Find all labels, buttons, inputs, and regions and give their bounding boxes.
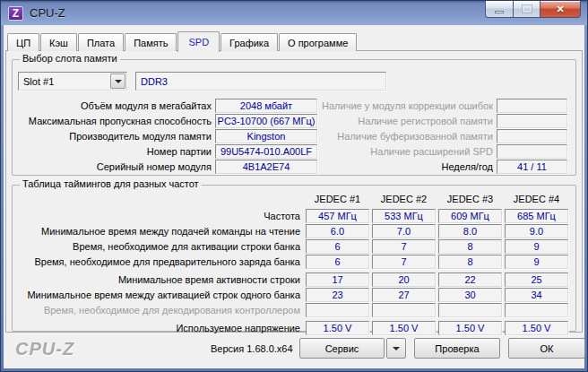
timing-row-label: Минимальное время активности строки bbox=[18, 274, 303, 285]
maximize-icon bbox=[523, 5, 532, 13]
timing-value: 6 bbox=[306, 255, 369, 269]
timing-value: 609 МГц bbox=[438, 209, 502, 223]
timing-value: 20 bbox=[372, 273, 436, 287]
slot-select-row: Slot #1 DDR3 bbox=[18, 72, 568, 91]
cpuz-logo: CPU-Z bbox=[15, 339, 74, 359]
close-button[interactable]: ✕ bbox=[540, 1, 581, 18]
timing-value: 17 bbox=[306, 273, 369, 287]
field-label-serial-number: Серийный номер модуля bbox=[18, 161, 215, 172]
timing-row-command-rate: Время, необходимое для декодирования кон… bbox=[18, 302, 568, 317]
field-value-max-bandwidth: PC3-10700 (667 МГц) bbox=[215, 114, 317, 128]
footer: CPU-Z Версия 1.68.0.x64 Сервис Проверка … bbox=[6, 333, 582, 366]
tab-about[interactable]: О программе bbox=[279, 33, 357, 51]
window-controls: ✕ bbox=[485, 1, 581, 18]
timing-value: 6.0 bbox=[306, 224, 369, 238]
field-label-spd-ext: Наличие расширений SPD bbox=[317, 146, 497, 157]
timing-value: 8 bbox=[438, 239, 502, 254]
field-label-ecc: Наличие у модуля коррекции ошибок bbox=[317, 100, 497, 111]
timing-value: 8 bbox=[438, 255, 502, 269]
timings-group-title: Таблица таймингов для разных частот bbox=[20, 178, 202, 189]
tab-cache[interactable]: Кэш bbox=[40, 33, 77, 51]
field-row: Серийный номер модуля 4B1A2E74 Неделя/го… bbox=[18, 159, 568, 174]
minimize-icon bbox=[495, 11, 504, 13]
field-row: Объём модуля в мегабайтах 2048 мбайт Нал… bbox=[18, 98, 568, 113]
timing-row-ras-precharge: Время, необходимое для предварительного … bbox=[18, 254, 568, 269]
slot-select-dropdown-button[interactable] bbox=[110, 74, 125, 89]
app-icon-letter: Z bbox=[13, 8, 19, 19]
timing-row-trc: Минимальное время между активацией строк… bbox=[18, 287, 568, 302]
field-value-week-year: 41 / 11 bbox=[497, 160, 567, 174]
tab-spd[interactable]: SPD bbox=[177, 31, 220, 52]
tab-graphics[interactable]: Графика bbox=[220, 33, 278, 51]
timing-value: 1.50 V bbox=[505, 321, 568, 335]
field-label-max-bandwidth: Максимальная пропускная способность bbox=[18, 116, 215, 126]
timing-value: 27 bbox=[372, 288, 436, 302]
field-value-spd-ext bbox=[497, 144, 567, 159]
memory-slot-group-title: Выбор слота памяти bbox=[20, 53, 120, 64]
minimize-button[interactable] bbox=[485, 1, 513, 18]
field-label-manufacturer: Производитель модуля памяти bbox=[18, 131, 215, 142]
close-icon: ✕ bbox=[556, 4, 564, 15]
timing-value bbox=[438, 303, 502, 317]
timing-row-tras: Минимальное время активности строки 17 2… bbox=[18, 272, 568, 287]
timing-value: 6 bbox=[306, 239, 369, 254]
timing-value: 7 bbox=[372, 255, 436, 269]
timing-value: 9 bbox=[505, 239, 568, 254]
timing-value: 457 МГц bbox=[306, 209, 369, 223]
tab-cpu[interactable]: ЦП bbox=[7, 33, 39, 51]
tools-dropdown-button[interactable] bbox=[386, 338, 406, 359]
column-header-jedec2: JEDEC #2 bbox=[372, 194, 436, 207]
ok-button[interactable]: ОК bbox=[508, 338, 585, 359]
memory-type-field: DDR3 bbox=[135, 72, 386, 91]
timing-row-label: Минимальное время между активацией строк… bbox=[18, 290, 303, 300]
field-label-registered: Наличие регистровой памяти bbox=[317, 116, 497, 126]
cpu-z-window: Z CPU-Z ✕ ЦП Кэш Плата Память SPD График… bbox=[0, 0, 588, 372]
timing-row-ras-to-cas: Время, необходимое для активации строки … bbox=[18, 238, 568, 254]
timing-row-voltage: Используемое напряжение 1.50 V 1.50 V 1.… bbox=[18, 320, 568, 335]
field-value-ecc bbox=[497, 99, 567, 113]
column-header-jedec1: JEDEC #1 bbox=[306, 194, 369, 207]
column-header-jedec3: JEDEC #3 bbox=[438, 194, 502, 207]
field-label-part-number: Номер партии bbox=[18, 146, 215, 157]
timing-value: 23 bbox=[306, 288, 369, 302]
tools-button[interactable]: Сервис bbox=[299, 338, 385, 359]
slot-select[interactable]: Slot #1 bbox=[18, 72, 127, 91]
timing-value: 25 bbox=[505, 273, 568, 287]
timing-row-label: Время, необходимое для активации строки … bbox=[18, 241, 303, 252]
client-area: ЦП Кэш Плата Память SPD Графика О програ… bbox=[4, 25, 584, 368]
column-header-jedec4: JEDEC #4 bbox=[505, 194, 568, 207]
field-value-part-number: 99U5474-010.A00LF bbox=[215, 144, 317, 159]
timing-row-label: Время, необходимое для предварительного … bbox=[18, 256, 303, 267]
memory-type-value: DDR3 bbox=[141, 76, 168, 87]
timing-value: 22 bbox=[438, 273, 502, 287]
field-label-buffered: Наличие буферизованной памяти bbox=[317, 131, 497, 142]
titlebar: Z CPU-Z ✕ bbox=[1, 1, 587, 25]
timing-value: 9.0 bbox=[505, 224, 568, 238]
timing-row-label: Время, необходимое для декодирования кон… bbox=[18, 305, 303, 316]
timing-value: 9 bbox=[505, 255, 568, 269]
field-value-registered bbox=[497, 114, 567, 128]
timing-value: 30 bbox=[438, 288, 502, 302]
maximize-button[interactable] bbox=[513, 1, 540, 18]
timing-value: 1.50 V bbox=[306, 321, 369, 335]
tab-mainboard[interactable]: Плата bbox=[78, 33, 124, 51]
timing-row-cas: Минимальное время между подачей команды … bbox=[18, 223, 568, 238]
validate-button[interactable]: Проверка bbox=[414, 338, 500, 359]
timing-value: 1.50 V bbox=[438, 321, 502, 335]
timing-row-label: Минимальное время между подачей команды … bbox=[18, 226, 303, 237]
timing-row-label: Используемое напряжение bbox=[18, 323, 303, 333]
timing-value bbox=[505, 303, 568, 317]
timing-value: 685 МГц bbox=[505, 209, 568, 223]
app-icon[interactable]: Z bbox=[8, 6, 23, 21]
field-row: Максимальная пропускная способность PC3-… bbox=[18, 113, 568, 128]
timings-group: Таблица таймингов для разных частот JEDE… bbox=[12, 185, 576, 332]
version-label: Версия 1.68.0.x64 bbox=[211, 343, 293, 354]
chevron-down-icon bbox=[393, 347, 400, 350]
timing-value: 34 bbox=[505, 288, 568, 302]
field-value-serial-number: 4B1A2E74 bbox=[215, 160, 317, 174]
memory-slot-group: Выбор слота памяти Slot #1 DDR3 Объём мо… bbox=[12, 59, 576, 176]
timing-value: 7 bbox=[372, 239, 436, 254]
tab-memory[interactable]: Память bbox=[125, 33, 177, 51]
timing-row-label: Частота bbox=[18, 211, 303, 221]
timing-value: 533 МГц bbox=[372, 209, 436, 223]
